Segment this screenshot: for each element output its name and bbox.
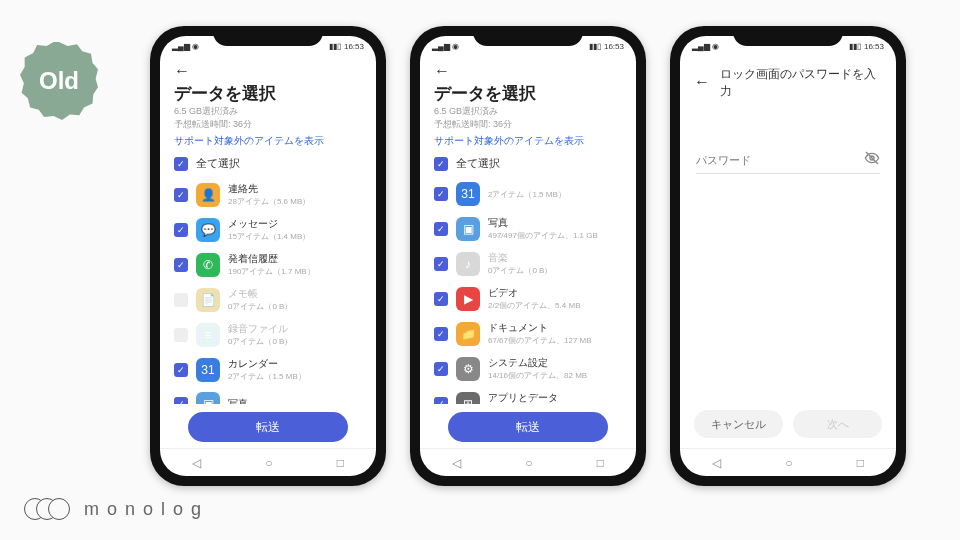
select-all-label: 全て選択: [196, 156, 240, 171]
eye-off-icon[interactable]: [864, 150, 880, 169]
list-item[interactable]: ✓✆発着信履歴190アイテム（1.7 MB）: [174, 247, 362, 282]
item-checkbox[interactable]: ✓: [434, 257, 448, 271]
nav-back-icon[interactable]: ◁: [712, 456, 721, 470]
cancel-button[interactable]: キャンセル: [694, 410, 783, 438]
messages-icon: 💬: [196, 218, 220, 242]
item-text: ビデオ2/2個のアイテム、5.4 MB: [488, 286, 622, 311]
eta: 予想転送時間: 36分: [174, 118, 362, 131]
list-item[interactable]: ✓▶ビデオ2/2個のアイテム、5.4 MB: [434, 281, 622, 316]
brand-logo: monolog: [24, 498, 209, 520]
password-header: ← ロック画面のパスワードを入力: [680, 56, 896, 110]
item-subtitle: 2/2個のアイテム、5.4 MB: [488, 300, 622, 311]
item-checkbox[interactable]: ✓: [434, 187, 448, 201]
unsupported-link[interactable]: サポート対象外のアイテムを表示: [174, 134, 362, 148]
next-button[interactable]: 次へ: [793, 410, 882, 438]
item-subtitle: 14/16個のアイテム、82 MB: [488, 370, 622, 381]
item-checkbox[interactable]: ✓: [434, 327, 448, 341]
settings-icon: ⚙: [456, 357, 480, 381]
item-checkbox[interactable]: ✓: [174, 223, 188, 237]
nav-recent-icon[interactable]: □: [597, 456, 604, 470]
item-checkbox[interactable]: ✓: [434, 222, 448, 236]
item-checkbox[interactable]: ✓: [434, 397, 448, 404]
list-item[interactable]: ✓31カレンダー2アイテム（1.5 MB）: [174, 352, 362, 387]
item-subtitle: 0アイテム（0 B）: [228, 336, 362, 347]
badge-label: Old: [39, 67, 79, 95]
signal-icon: ▂▄▆ ◉: [692, 42, 719, 51]
item-text: メモ帳0アイテム（0 B）: [228, 287, 362, 312]
nav-recent-icon[interactable]: □: [857, 456, 864, 470]
item-checkbox[interactable]: ✓: [174, 363, 188, 377]
audio-icon: ≡: [196, 323, 220, 347]
item-checkbox[interactable]: [174, 328, 188, 342]
battery-icon: ▮▮▯: [329, 42, 341, 51]
list-item[interactable]: ✓312アイテム（1.5 MB）: [434, 177, 622, 211]
item-checkbox[interactable]: ✓: [434, 362, 448, 376]
list-item[interactable]: ✓⊞アプリとデータ47/55個のアイテム、5.2 GB: [434, 386, 622, 404]
item-checkbox[interactable]: ✓: [174, 258, 188, 272]
signal-icon: ▂▄▆ ◉: [432, 42, 459, 51]
back-icon[interactable]: ←: [694, 73, 710, 91]
list-item[interactable]: ≡録音ファイル0アイテム（0 B）: [174, 317, 362, 352]
spacer: [680, 174, 896, 400]
item-text: カレンダー2アイテム（1.5 MB）: [228, 357, 362, 382]
clock: 16:53: [864, 42, 884, 51]
item-subtitle: 190アイテム（1.7 MB）: [228, 266, 362, 277]
select-all-row[interactable]: ✓ 全て選択: [420, 150, 636, 177]
list-item[interactable]: ✓📁ドキュメント67/67個のアイテム、127 MB: [434, 316, 622, 351]
nav-home-icon[interactable]: ○: [525, 456, 532, 470]
select-all-checkbox[interactable]: ✓: [434, 157, 448, 171]
password-input[interactable]: [696, 154, 864, 166]
select-all-checkbox[interactable]: ✓: [174, 157, 188, 171]
phone-2: ▂▄▆ ◉ ▮▮▯ 16:53 ← データを選択 6.5 GB選択済み 予想転送…: [410, 26, 646, 486]
password-field-row: [696, 150, 880, 174]
nav-home-icon[interactable]: ○: [265, 456, 272, 470]
item-text: 録音ファイル0アイテム（0 B）: [228, 322, 362, 347]
item-checkbox[interactable]: [174, 293, 188, 307]
music-icon: ♪: [456, 252, 480, 276]
item-text: ドキュメント67/67個のアイテム、127 MB: [488, 321, 622, 346]
battery-icon: ▮▮▯: [849, 42, 861, 51]
list-item[interactable]: ✓💬メッセージ15アイテム（1.4 MB）: [174, 212, 362, 247]
item-text: 音楽0アイテム（0 B）: [488, 251, 622, 276]
item-title: 録音ファイル: [228, 322, 362, 336]
nav-back-icon[interactable]: ◁: [192, 456, 201, 470]
unsupported-link[interactable]: サポート対象外のアイテムを表示: [434, 134, 622, 148]
item-checkbox[interactable]: ✓: [174, 188, 188, 202]
item-title: 写真: [228, 397, 362, 404]
list-item[interactable]: ✓👤連絡先28アイテム（5.6 MB）: [174, 177, 362, 212]
selected-size: 6.5 GB選択済み: [434, 105, 622, 118]
item-checkbox[interactable]: ✓: [174, 397, 188, 404]
transfer-button[interactable]: 転送: [448, 412, 608, 442]
item-title: ドキュメント: [488, 321, 622, 335]
eta: 予想転送時間: 36分: [434, 118, 622, 131]
list-item[interactable]: 📄メモ帳0アイテム（0 B）: [174, 282, 362, 317]
list-item[interactable]: ✓▣写真497/497個のアイテム、1.1 GB: [434, 211, 622, 246]
list-item[interactable]: ✓▣写真: [174, 387, 362, 404]
list-item[interactable]: ✓♪音楽0アイテム（0 B）: [434, 246, 622, 281]
battery-icon: ▮▮▯: [589, 42, 601, 51]
item-subtitle: 15アイテム（1.4 MB）: [228, 231, 362, 242]
item-title: 連絡先: [228, 182, 362, 196]
signal-icon: ▂▄▆ ◉: [172, 42, 199, 51]
nav-recent-icon[interactable]: □: [337, 456, 344, 470]
phone-3: ▂▄▆ ◉ ▮▮▯ 16:53 ← ロック画面のパスワードを入力 キャンセル 次…: [670, 26, 906, 486]
item-subtitle: 2アイテム（1.5 MB）: [228, 371, 362, 382]
android-nav: ◁ ○ □: [160, 448, 376, 476]
back-icon[interactable]: ←: [174, 62, 190, 80]
back-icon[interactable]: ←: [434, 62, 450, 80]
memo-icon: 📄: [196, 288, 220, 312]
nav-back-icon[interactable]: ◁: [452, 456, 461, 470]
android-nav: ◁ ○ □: [680, 448, 896, 476]
item-title: 写真: [488, 216, 622, 230]
transfer-button[interactable]: 転送: [188, 412, 348, 442]
list-item[interactable]: ✓⚙システム設定14/16個のアイテム、82 MB: [434, 351, 622, 386]
calendar-icon: 31: [456, 182, 480, 206]
item-subtitle: 0アイテム（0 B）: [228, 301, 362, 312]
select-all-row[interactable]: ✓ 全て選択: [160, 150, 376, 177]
item-checkbox[interactable]: ✓: [434, 292, 448, 306]
item-subtitle: 0アイテム（0 B）: [488, 265, 622, 276]
calendar-icon: 31: [196, 358, 220, 382]
phone-1: ▂▄▆ ◉ ▮▮▯ 16:53 ← データを選択 6.5 GB選択済み 予想転送…: [150, 26, 386, 486]
screen-2: ▂▄▆ ◉ ▮▮▯ 16:53 ← データを選択 6.5 GB選択済み 予想転送…: [420, 36, 636, 476]
nav-home-icon[interactable]: ○: [785, 456, 792, 470]
